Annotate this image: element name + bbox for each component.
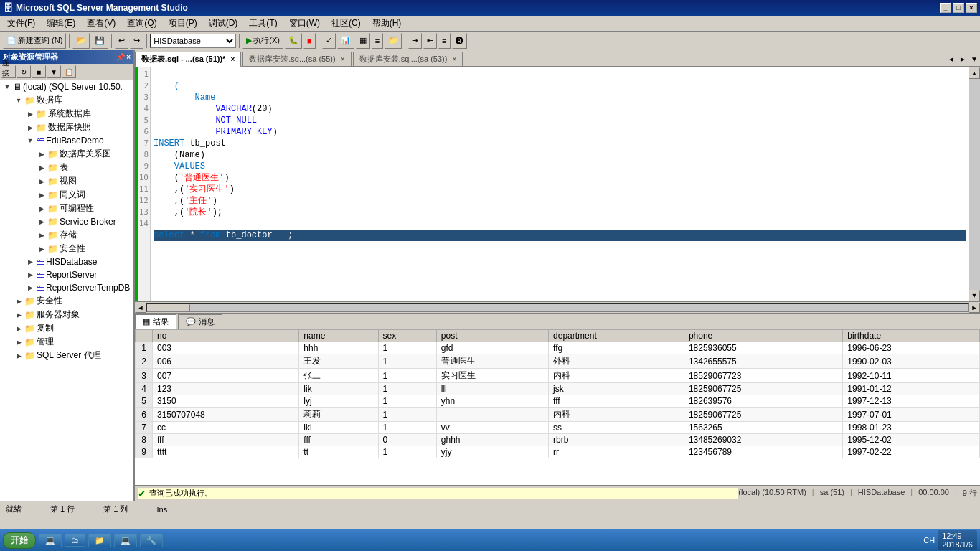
oe-pin-button[interactable]: 📌 [116,53,125,61]
menu-edit[interactable]: 编辑(E) [41,16,81,31]
expand-snapshot[interactable]: ▶ [24,122,36,133]
tab-3-close[interactable]: × [453,55,457,63]
tab-1[interactable]: 数据表.sql - ...(sa (51))* × [135,52,241,67]
database-select[interactable]: HISDatabase EduBaseDemo ReportServer [150,34,236,48]
taskbar-app-3[interactable]: 📁 [88,534,111,547]
maximize-button[interactable]: □ [953,3,964,13]
expand-replication[interactable]: ▶ [13,323,24,334]
taskbar-app-1[interactable]: 💻 [39,534,62,547]
result-tab-messages[interactable]: 💬 消息 [178,314,222,329]
start-button[interactable]: 开始 [3,532,36,549]
oe-filter-button[interactable]: ▼ [47,65,61,78]
minimize-button[interactable]: _ [940,3,951,13]
oe-connect-button[interactable]: 连接▼ [1,65,16,78]
expand-hisdb[interactable]: ▶ [24,256,36,268]
tree-item-reportservertempdb[interactable]: ▶ 🗃 ReportServerTempDB [0,281,133,294]
expand-programmability[interactable]: ▶ [36,203,47,215]
oe-refresh-button[interactable]: ↻ [17,65,31,78]
expand-databases[interactable]: ▼ [13,95,24,106]
tree-item-serverobj[interactable]: ▶ 📁 服务器对象 [0,308,133,321]
oe-close-button[interactable]: × [126,53,131,61]
menu-tools[interactable]: 工具(T) [243,16,283,31]
tab-nav-scroll-right[interactable]: ► [957,53,969,65]
hscroll-track[interactable] [146,303,969,312]
file-button[interactable]: 📁 [385,33,402,49]
taskbar-app-2[interactable]: 🗂 [65,534,85,547]
open-button[interactable]: 📂 [72,33,90,49]
menu-view[interactable]: 查看(V) [81,16,121,31]
tree-item-hisdb[interactable]: ▶ 🗃 HISDatabase [0,255,133,268]
hscroll-left[interactable]: ◄ [135,303,146,313]
grid-button[interactable]: ▦ [356,33,370,49]
menu-query[interactable]: 查询(Q) [121,16,162,31]
save-button[interactable]: 💾 [91,33,108,49]
expand-storage[interactable]: ▶ [36,230,47,241]
tree-item-edudemo[interactable]: ▼ 🗃 EduBaseDemo [0,134,133,147]
new-query-button[interactable]: 📄 新建查询 (N) [3,33,66,49]
expand-systemdb[interactable]: ▶ [24,108,36,120]
taskbar-app-4[interactable]: 💻 [114,534,137,547]
tree-item-security[interactable]: ▶ 📁 安全性 [0,294,133,308]
tab-1-close[interactable]: × [230,55,235,63]
expand-security-edu[interactable]: ▶ [36,243,47,255]
hscroll-right[interactable]: ► [969,303,980,313]
tree-item-sqlagent[interactable]: ▶ 📁 SQL Server 代理 [0,349,133,362]
expand-security[interactable]: ▶ [13,296,24,307]
expand-views[interactable]: ▶ [36,176,47,187]
expand-reportserver[interactable]: ▶ [24,269,36,281]
menu-help[interactable]: 帮助(H) [367,16,407,31]
menu-project[interactable]: 项目(P) [163,16,203,31]
parse-button[interactable]: ✓ [322,33,336,49]
tree-item-reportserver[interactable]: ▶ 🗃 ReportServer [0,268,133,281]
menu-debug[interactable]: 调试(D) [203,16,244,31]
redo-button[interactable]: ↪ [130,33,143,49]
text-button[interactable]: ≡ [372,33,383,49]
tab-3[interactable]: 数据库安装.sql...(sa (53)) × [353,52,463,66]
sql-code-area[interactable]: ( Name VARCHAR(20) NOT NULL PRIMARY KEY)… [151,67,969,301]
vscroll-track[interactable] [969,79,980,290]
tree-item-snapshot[interactable]: ▶ 📁 数据库快照 [0,121,133,134]
tree-item-diagrams[interactable]: ▶ 📁 数据库关系图 [0,147,133,161]
tab-nav-scroll-left[interactable]: ◄ [946,53,957,65]
results-button[interactable]: 📊 [337,33,354,49]
indent-button[interactable]: ⇥ [408,33,422,49]
expand-tables[interactable]: ▶ [36,162,47,174]
comment-button[interactable]: 🅐 [452,33,467,49]
tree-item-databases[interactable]: ▼ 📁 数据库 [0,93,133,107]
tree-item-replication[interactable]: ▶ 📁 复制 [0,321,133,335]
expand-serverobj[interactable]: ▶ [13,309,24,321]
expand-server[interactable]: ▼ [1,81,13,93]
tree-item-management[interactable]: ▶ 📁 管理 [0,335,133,349]
undo-button[interactable]: ↩ [115,33,128,49]
tree-item-servicebroker[interactable]: ▶ 📁 Service Broker [0,215,133,228]
tree-item-storage[interactable]: ▶ 📁 存储 [0,228,133,242]
tree-item-security-edu[interactable]: ▶ 📁 安全性 [0,242,133,255]
expand-edudemo[interactable]: ▼ [24,135,36,146]
expand-synonyms[interactable]: ▶ [36,189,47,201]
editor-vscroll[interactable]: ▲ ▼ [969,67,980,301]
tab-2-close[interactable]: × [341,55,345,63]
menu-community[interactable]: 社区(C) [326,16,367,31]
vscroll-down[interactable]: ▼ [969,290,980,301]
tab-2[interactable]: 数据库安装.sq...(sa (55)) × [242,52,351,66]
oe-stop-button[interactable]: ■ [32,65,46,78]
tab-dropdown-button[interactable]: ▼ [969,53,980,65]
oe-report-button[interactable]: 📋 [62,65,76,78]
menu-window[interactable]: 窗口(W) [283,16,326,31]
taskbar-app-5[interactable]: 🔧 [140,534,163,547]
expand-reportservertempdb[interactable]: ▶ [24,282,36,293]
align-button[interactable]: ≡ [438,33,450,49]
expand-diagrams[interactable]: ▶ [36,149,47,160]
menu-file[interactable]: 文件(F) [1,16,41,31]
execute-button[interactable]: ▶ 执行(X) [242,33,283,49]
result-tab-results[interactable]: ▦ 结果 [135,314,176,329]
stop-button[interactable]: ■ [303,33,316,49]
tree-item-systemdb[interactable]: ▶ 📁 系统数据库 [0,107,133,121]
close-button[interactable]: × [966,3,977,13]
debug-button[interactable]: 🐛 [285,33,302,49]
tree-item-tables[interactable]: ▶ 📁 表 [0,161,133,174]
expand-sqlagent[interactable]: ▶ [13,350,24,362]
editor-hscroll[interactable]: ◄ ► [135,301,980,313]
tree-item-synonyms[interactable]: ▶ 📁 同义词 [0,188,133,202]
tree-item-programmability[interactable]: ▶ 📁 可编程性 [0,202,133,215]
